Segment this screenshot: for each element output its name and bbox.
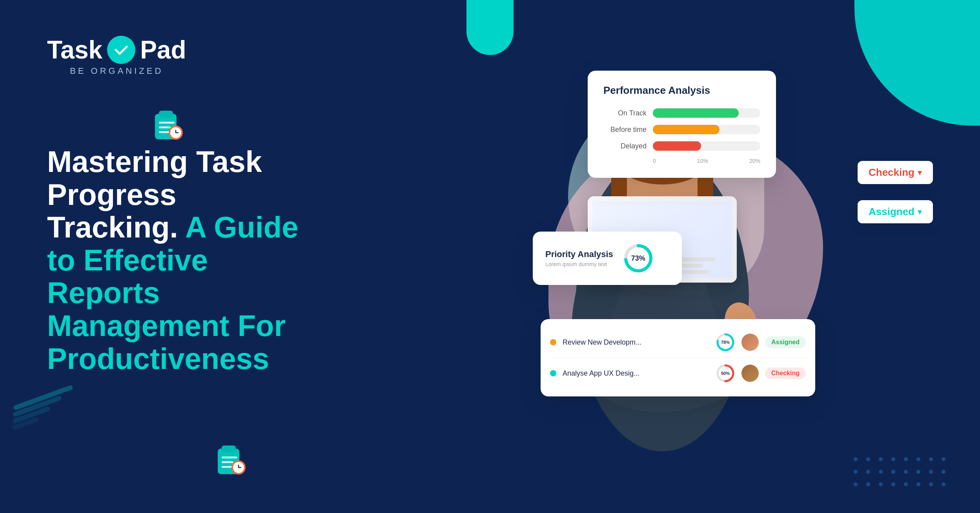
task-progress-2: 50% bbox=[716, 363, 735, 383]
perf-bar-ontrack bbox=[653, 108, 739, 118]
perf-row-ontrack: On Track bbox=[603, 108, 760, 118]
perf-label-delayed: Delayed bbox=[603, 142, 647, 150]
perf-axis: 0 10% 20% bbox=[603, 158, 760, 164]
logo-text-task: Task bbox=[47, 35, 102, 64]
heading-line1: Mastering Task Progress bbox=[47, 145, 262, 211]
priority-title: Priority Analysis bbox=[545, 249, 613, 259]
perf-label-beforetime: Before time bbox=[603, 126, 647, 134]
svg-rect-10 bbox=[222, 445, 236, 453]
svg-rect-1 bbox=[159, 111, 173, 118]
assigned-chevron-icon: ▾ bbox=[918, 207, 922, 217]
heading-line3: Reports Management For bbox=[47, 276, 286, 342]
task-name-1: Review New Developm... bbox=[563, 338, 709, 347]
logo-check-icon bbox=[107, 36, 135, 64]
assigned-badge-label: Assigned bbox=[869, 206, 914, 218]
svg-rect-12 bbox=[222, 461, 233, 463]
checking-status-badge[interactable]: Checking ▾ bbox=[858, 161, 933, 184]
task-progress-1: 78% bbox=[716, 332, 735, 352]
task-dot-2 bbox=[550, 370, 556, 376]
task-badge-2: Checking bbox=[765, 367, 806, 379]
logo-tagline: BE ORGANIZED bbox=[47, 66, 186, 76]
task-avatar-1 bbox=[741, 334, 759, 351]
clipboard-icon-bottom bbox=[212, 441, 247, 478]
svg-rect-2 bbox=[159, 122, 175, 124]
task-avatar-2 bbox=[741, 365, 759, 382]
task-dot-1 bbox=[550, 339, 556, 345]
task-list-card: Review New Developm... 78% Assigned Anal… bbox=[541, 319, 815, 396]
bg-dots bbox=[854, 457, 949, 489]
task-progress-text-1: 78% bbox=[721, 340, 730, 345]
priority-circle: 73% bbox=[623, 243, 654, 274]
clipboard-icon-top bbox=[149, 106, 184, 143]
perf-row-delayed: Delayed bbox=[603, 141, 760, 151]
logo: Task Pad BE ORGANIZED bbox=[47, 35, 186, 76]
heading-line4: Productiveness bbox=[47, 342, 269, 375]
task-name-2: Analyse App UX Desig... bbox=[563, 369, 709, 378]
priority-analysis-card: Priority Analysis Lorem ipsum dummy text… bbox=[533, 232, 682, 285]
heading-line2-white: Tracking. bbox=[47, 210, 185, 244]
perf-bar-delayed bbox=[653, 141, 701, 151]
main-heading: Mastering Task Progress Tracking. A Guid… bbox=[47, 145, 306, 375]
checking-chevron-icon: ▾ bbox=[918, 168, 922, 178]
task-badge-1: Assigned bbox=[765, 336, 806, 348]
perf-label-ontrack: On Track bbox=[603, 109, 647, 117]
priority-percent: 73% bbox=[631, 254, 645, 263]
checking-badge-label: Checking bbox=[869, 166, 914, 179]
performance-analysis-card: Performance Analysis On Track Before tim… bbox=[588, 71, 776, 178]
assigned-status-badge[interactable]: Assigned ▾ bbox=[858, 200, 933, 223]
task-item-1: Review New Developm... 78% Assigned bbox=[550, 327, 806, 358]
task-progress-text-2: 50% bbox=[721, 371, 730, 376]
task-item-2: Analyse App UX Desig... 50% Checking bbox=[550, 358, 806, 389]
svg-rect-11 bbox=[222, 456, 237, 458]
bg-teal-top bbox=[466, 0, 514, 55]
perf-bar-beforetime bbox=[653, 125, 720, 134]
right-section: Performance Analysis On Track Before tim… bbox=[509, 59, 941, 451]
perf-row-beforetime: Before time bbox=[603, 125, 760, 134]
svg-rect-3 bbox=[159, 126, 171, 128]
logo-text-pad: Pad bbox=[140, 35, 186, 64]
priority-subtitle: Lorem ipsum dummy text bbox=[545, 261, 613, 267]
perf-card-title: Performance Analysis bbox=[603, 84, 760, 97]
bg-stripes bbox=[12, 395, 82, 466]
